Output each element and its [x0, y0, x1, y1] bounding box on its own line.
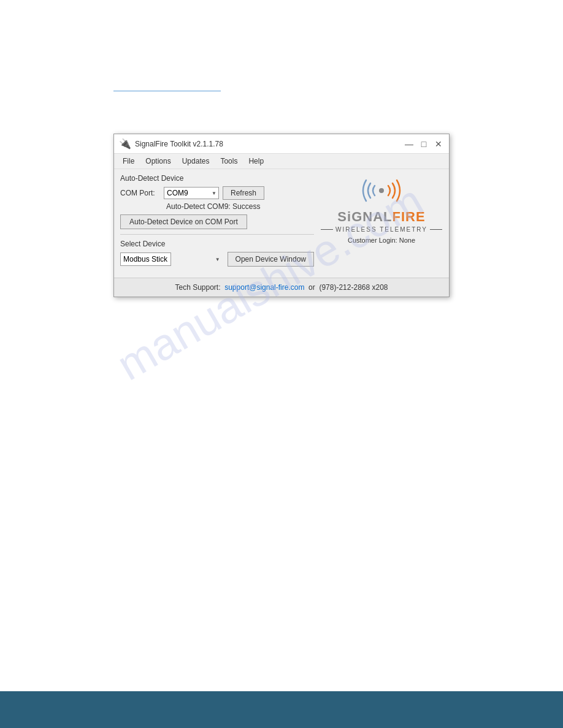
title-bar: 🔌 SignalFire Toolkit v2.1.1.78 — □ ✕	[114, 134, 449, 154]
auto-detect-status: Auto-Detect COM9: Success	[120, 202, 314, 211]
menu-tools[interactable]: Tools	[215, 155, 242, 167]
tech-support-bar: Tech Support: support@signal-fire.com or…	[114, 278, 449, 297]
window-content: Auto-Detect Device COM Port: COM9 COM1 C…	[114, 169, 449, 271]
com-port-label: COM Port:	[120, 189, 160, 197]
tagline-line-right	[430, 229, 442, 230]
logo-fire: FIRE	[392, 209, 425, 225]
logo-tagline: WIRELESS TELEMETRY	[321, 226, 442, 233]
title-bar-left: 🔌 SignalFire Toolkit v2.1.1.78	[119, 138, 223, 150]
menu-bar: File Options Updates Tools Help	[114, 154, 449, 169]
auto-detect-label: Auto-Detect Device	[120, 174, 314, 183]
top-link-underline	[113, 91, 221, 91]
tech-support-email[interactable]: support@signal-fire.com	[224, 283, 304, 292]
customer-login: Customer Login: None	[348, 237, 415, 244]
tagline-text: WIRELESS TELEMETRY	[335, 226, 427, 233]
device-select-wrapper: Modbus Stick Base Station Node	[120, 252, 224, 266]
select-device-row: Modbus Stick Base Station Node Open Devi…	[120, 252, 314, 267]
minimize-button[interactable]: —	[404, 138, 415, 150]
open-device-button[interactable]: Open Device Window	[228, 252, 314, 267]
logo-text: SiGNALFIRE	[337, 209, 425, 225]
right-panel: SiGNALFIRE WIRELESS TELEMETRY Customer L…	[320, 174, 443, 267]
tech-support-phone: (978)-212-2868 x208	[319, 283, 388, 292]
logo-signal: SiGNAL	[337, 209, 392, 225]
main-content-area: Auto-Detect Device COM Port: COM9 COM1 C…	[120, 174, 443, 267]
footer-bar	[0, 691, 563, 728]
com-port-select-wrapper: COM9 COM1 COM2 COM3	[164, 187, 219, 199]
com-port-select[interactable]: COM9 COM1 COM2 COM3	[164, 187, 219, 199]
com-port-row: COM Port: COM9 COM1 COM2 COM3 Refresh	[120, 186, 314, 200]
svg-point-0	[379, 188, 384, 193]
maximize-button[interactable]: □	[418, 138, 429, 150]
device-select[interactable]: Modbus Stick Base Station Node	[120, 252, 171, 266]
select-device-label: Select Device	[120, 240, 314, 248]
left-panel: Auto-Detect Device COM Port: COM9 COM1 C…	[120, 174, 314, 267]
tech-support-separator: or	[308, 283, 315, 292]
auto-detect-button-row: Auto-Detect Device on COM Port	[120, 214, 314, 229]
menu-file[interactable]: File	[118, 155, 139, 167]
select-device-section: Select Device Modbus Stick Base Station …	[120, 234, 314, 267]
menu-updates[interactable]: Updates	[177, 155, 215, 167]
logo-graphic	[357, 174, 406, 208]
main-window: 🔌 SignalFire Toolkit v2.1.1.78 — □ ✕ Fil…	[113, 134, 450, 297]
menu-options[interactable]: Options	[140, 155, 175, 167]
tech-support-label: Tech Support:	[175, 283, 220, 292]
menu-help[interactable]: Help	[243, 155, 269, 167]
title-bar-controls: — □ ✕	[404, 138, 444, 150]
refresh-button[interactable]: Refresh	[223, 186, 264, 200]
auto-detect-device-button[interactable]: Auto-Detect Device on COM Port	[120, 214, 247, 229]
tagline-line-left	[321, 229, 333, 230]
app-icon: 🔌	[119, 138, 131, 150]
window-title: SignalFire Toolkit v2.1.1.78	[135, 140, 223, 148]
logo-container: SiGNALFIRE WIRELESS TELEMETRY Customer L…	[321, 174, 442, 244]
close-button[interactable]: ✕	[433, 138, 444, 150]
